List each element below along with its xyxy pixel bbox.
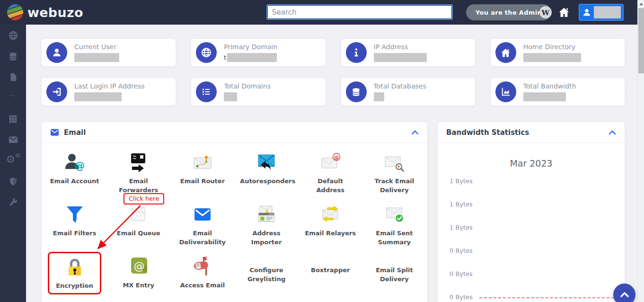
email-router-icon xyxy=(192,151,213,173)
sidebar-item-tools[interactable] xyxy=(0,192,26,213)
click-here-annotation: Click here xyxy=(124,193,164,204)
email-item-email-deliverability[interactable]: Email Deliverability xyxy=(170,198,234,250)
encryption-highlight-box: Encryption xyxy=(48,252,101,294)
sidebar-item-settings[interactable]: ⚙⚙ xyxy=(0,150,26,171)
bandwidth-panel-title: Bandwidth Statistics xyxy=(446,128,529,137)
scroll-to-top-button[interactable] xyxy=(613,284,635,302)
globe-icon xyxy=(196,42,217,63)
wordpress-icon[interactable]: W xyxy=(539,6,552,19)
chevron-up-icon xyxy=(620,292,629,298)
area-chart-icon xyxy=(495,81,516,102)
redacted-value xyxy=(224,92,237,101)
chart-title: Mar 2023 xyxy=(438,158,625,169)
redacted-value xyxy=(374,92,384,101)
search-input[interactable] xyxy=(266,4,453,20)
redacted-value xyxy=(227,53,277,62)
email-item-email-split-delivery[interactable]: Email Split Delivery xyxy=(362,250,426,302)
email-panel-header: Email xyxy=(42,122,427,143)
svg-text:W: W xyxy=(541,9,550,17)
email-item-email-queue[interactable]: Email Queue xyxy=(106,198,170,250)
email-item-email-filters[interactable]: Email Filters xyxy=(43,198,106,250)
access-email-icon xyxy=(192,256,213,277)
address-importer-icon xyxy=(256,204,277,225)
stat-label: Total Bandwidth xyxy=(523,82,576,90)
email-item-default-address[interactable]: @ Default Address xyxy=(299,146,362,198)
encryption-icon xyxy=(64,257,86,279)
stat-label: Current User xyxy=(74,43,119,51)
main-content: Current User Primary Domain t IP Address xyxy=(26,25,637,302)
vertical-scrollbar[interactable] xyxy=(637,0,644,302)
sidebar-nav: ⚙⚙ xyxy=(0,25,26,302)
stat-card-current-user: Current User xyxy=(42,39,176,66)
email-item-access-email[interactable]: Access Email xyxy=(170,250,234,302)
topbar: webuzo You are the Admin W xyxy=(0,0,644,25)
email-relayers-icon xyxy=(319,204,341,225)
list-icon xyxy=(196,81,217,102)
folder-icon xyxy=(8,93,18,103)
admin-badge: You are the Admin xyxy=(466,4,551,20)
sidebar-item-email[interactable] xyxy=(0,129,26,150)
y-tick-label: 1 Bytes xyxy=(450,178,473,185)
email-forwarders-icon xyxy=(128,151,150,173)
stat-label: Total Domains xyxy=(224,82,271,90)
redacted-value xyxy=(74,92,122,101)
email-filters-icon xyxy=(64,204,86,225)
y-tick-label: 0 Bytes xyxy=(450,247,473,254)
stat-card-ip-address: IP Address xyxy=(341,39,475,66)
sidebar-item-folders[interactable] xyxy=(0,88,26,108)
sidebar-item-database[interactable] xyxy=(0,46,26,67)
database-icon xyxy=(8,52,18,62)
stat-card-total-bandwidth: Total Bandwidth xyxy=(491,78,625,106)
email-item-mx-entry[interactable]: @ MX Entry xyxy=(106,250,170,302)
email-feature-grid: @ Email Account Email Forwarders xyxy=(42,143,427,302)
scrollbar-thumb[interactable] xyxy=(638,8,644,73)
email-deliverability-icon xyxy=(192,204,213,225)
mail-icon xyxy=(8,134,18,145)
y-tick-label: 0 Bytes xyxy=(450,293,473,301)
email-item-configure-greylisting[interactable]: Configure Greylisting xyxy=(235,250,299,302)
sidebar-item-files[interactable] xyxy=(0,67,26,88)
email-sent-summary-icon xyxy=(383,204,405,225)
webuzo-logo[interactable]: webuzo xyxy=(6,3,83,22)
stat-card-home-directory: Home Directory xyxy=(491,39,625,66)
globe-icon xyxy=(8,30,18,41)
email-item-encryption[interactable]: Encryption xyxy=(43,250,106,302)
database-icon xyxy=(346,81,367,102)
email-collapse-button[interactable] xyxy=(411,130,419,135)
stat-label: Total Databases xyxy=(374,82,426,90)
sidebar-item-globe[interactable] xyxy=(0,25,26,46)
redacted-value xyxy=(74,53,119,62)
app-grid-icon xyxy=(8,114,18,124)
bandwidth-collapse-button[interactable] xyxy=(609,130,616,135)
chart-baseline-dashed xyxy=(479,297,619,298)
gears-icon: ⚙⚙ xyxy=(7,154,19,167)
stat-label: IP Address xyxy=(374,43,427,51)
user-account-button[interactable] xyxy=(579,4,624,21)
email-item-track-email-delivery[interactable]: Track Email Delivery xyxy=(362,146,426,198)
stat-card-total-domains: Total Domains xyxy=(191,78,325,106)
email-panel-title: Email xyxy=(64,128,86,137)
home-icon[interactable] xyxy=(558,6,570,18)
email-item-address-importer[interactable]: Address Importer xyxy=(235,198,299,250)
triangle-up-icon xyxy=(639,3,643,5)
user-icon xyxy=(582,7,592,18)
brand-name: webuzo xyxy=(27,5,83,20)
sidebar-item-apps[interactable] xyxy=(0,108,26,129)
sidebar-item-security[interactable] xyxy=(0,171,26,192)
value-prefix: t xyxy=(224,54,226,61)
email-item-email-forwarders[interactable]: Email Forwarders xyxy=(106,146,170,198)
y-tick-label: 1 Bytes xyxy=(450,224,473,231)
email-item-email-router[interactable]: Email Router xyxy=(170,146,234,198)
email-item-email-account[interactable]: @ Email Account xyxy=(43,146,106,198)
chart-y-axis: 1 Bytes 1 Bytes 1 Bytes 0 Bytes 0 Bytes … xyxy=(438,169,625,302)
scrollbar-up-button[interactable] xyxy=(638,0,644,8)
email-item-boxtrapper[interactable]: Boxtrapper xyxy=(299,250,362,302)
chevron-up-icon xyxy=(609,130,616,135)
email-item-email-sent-summary[interactable]: Email Sent Summary xyxy=(362,198,426,250)
email-panel: Email @ Email Account xyxy=(42,122,427,302)
email-item-autoresponders[interactable]: Autoresponders xyxy=(235,146,299,198)
email-item-email-relayers[interactable]: Email Relayers xyxy=(299,198,362,250)
bandwidth-panel-header: Bandwidth Statistics xyxy=(438,122,625,143)
stat-label: Primary Domain xyxy=(224,43,277,51)
stat-cards-grid: Current User Primary Domain t IP Address xyxy=(42,39,625,106)
